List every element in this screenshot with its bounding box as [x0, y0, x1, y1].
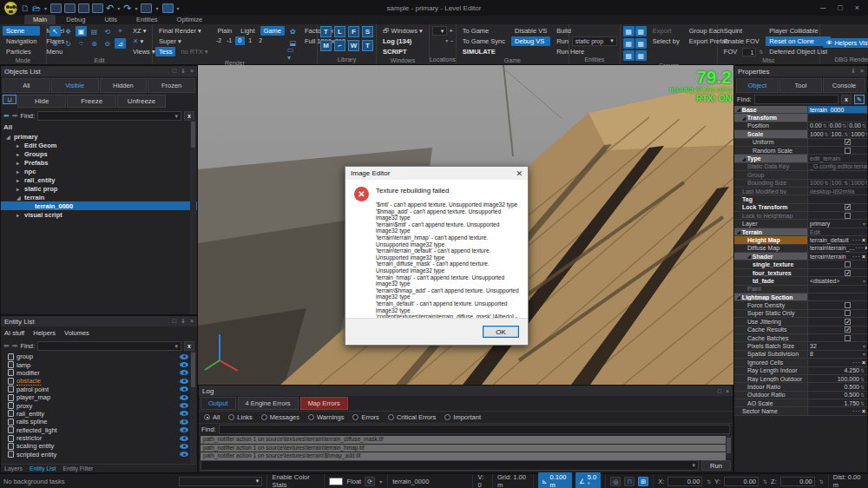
checkbox-cache-batches[interactable] — [845, 335, 851, 341]
curve-tool-icon[interactable]: ⟲ — [102, 26, 113, 36]
footer-tab-entity-filter[interactable]: Entity Filter — [62, 465, 93, 472]
visibility-eye-icon[interactable] — [180, 395, 188, 400]
property-row-layer[interactable]: Layerprimary▾ — [734, 220, 867, 228]
tree-node-terrain[interactable]: ◢terrain — [1, 193, 197, 201]
property-row-four-textures[interactable]: four_textures✓ — [734, 269, 867, 277]
clear-find-icon[interactable]: x — [184, 341, 194, 351]
properties-tab-console[interactable]: Console — [823, 78, 865, 93]
property-row-diffuse-map[interactable]: Diffuse Mapterrain\terrain_...···×⟳ — [734, 245, 867, 253]
property-row-single-texture[interactable]: single_texture — [734, 260, 867, 268]
tree-node-primary[interactable]: ◢primary — [1, 132, 197, 141]
checkbox-random-scale[interactable] — [845, 148, 851, 154]
entity-item-scripted-entity[interactable]: scripted entity — [1, 451, 197, 458]
property-row-pixels-batch-size[interactable]: Pixels Batch Size32▾ — [734, 342, 867, 350]
render-level-1[interactable]: 1 — [246, 36, 255, 45]
back-arrow-icon[interactable]: ⬅ — [3, 112, 10, 120]
lock-icon[interactable]: ⊔ — [3, 95, 16, 104]
checkbox-lock-to-heightmap[interactable] — [845, 213, 851, 219]
lock-coords-icon[interactable]: ⊓ — [624, 477, 635, 486]
panel-pin-icon[interactable]: ⇓ — [181, 68, 186, 75]
library-icon-3[interactable]: S — [362, 26, 373, 37]
undo-icon[interactable]: ↶ — [106, 3, 114, 13]
visibility-eye-icon[interactable] — [180, 354, 188, 359]
browse-icon[interactable]: ··· — [852, 254, 861, 260]
log-tab-output[interactable]: Output — [201, 397, 236, 410]
property-row-ray-length-indoor[interactable]: Ray Length Indoor4.250⇅ — [734, 367, 867, 375]
visibility-eye-icon[interactable] — [180, 427, 188, 432]
clear-icon[interactable]: × — [865, 245, 867, 251]
refresh-icon[interactable]: ⟳ — [365, 477, 375, 486]
panel-restore-icon[interactable]: □ — [718, 388, 721, 394]
tree-node-prefabs[interactable]: ▸Prefabs — [1, 158, 197, 167]
z-coordinate-input[interactable]: 0.00 — [780, 477, 815, 486]
entity-item-scaling-entity[interactable]: scaling entity — [1, 442, 197, 450]
panel-close-icon[interactable]: × — [860, 68, 864, 75]
open-folder-icon[interactable]: 🗁 — [32, 3, 41, 13]
property-row-indoor-ratio[interactable]: Indoor Ratio0.500⇅ — [734, 383, 867, 391]
mode-scene-button[interactable]: Scene — [3, 26, 40, 36]
visibility-eye-icon[interactable] — [180, 386, 188, 392]
pivot-tool-icon[interactable]: ⌖ — [115, 26, 126, 36]
location-remove-button[interactable]: - — [450, 36, 453, 44]
tree-node-edit-geom[interactable]: ▸Edit Geom — [1, 141, 197, 149]
freeze-button[interactable]: Freeze — [67, 95, 115, 108]
log-filter-links[interactable]: Links — [228, 413, 253, 421]
save-icon[interactable] — [50, 3, 62, 13]
forward-arrow-icon[interactable]: ➡ — [12, 112, 18, 120]
library-icon-4[interactable]: M — [320, 40, 332, 51]
tree-node-visual-script[interactable]: ▸visual script — [1, 210, 197, 219]
to-game-sync-button[interactable]: To Game Sync — [459, 36, 509, 46]
hide-button[interactable]: Hide — [17, 95, 66, 108]
property-row-paint[interactable]: Paint — [734, 286, 867, 293]
tree-node-groups[interactable]: ▸Groups — [1, 149, 197, 158]
property-row-uniform[interactable]: Uniform✓ — [734, 139, 867, 147]
mode-particles-button[interactable]: Particles — [3, 47, 40, 56]
property-row-static-data-key[interactable]: Static Data Key_G.config.editor.terrain — [734, 163, 867, 171]
property-row-random-scale[interactable]: Random Scale — [734, 147, 867, 155]
entity-item-group[interactable]: group — [1, 353, 197, 360]
checkbox-super-static-only[interactable] — [845, 310, 851, 316]
to-game-button[interactable]: To Game — [459, 26, 509, 36]
entity-menu-volumes[interactable]: Volumes — [64, 329, 89, 337]
footer-tab-entity-list[interactable]: Entity List — [30, 465, 56, 472]
rtx-dropdown[interactable]: no RTX ▾ — [177, 47, 211, 56]
library-icon-5[interactable]: ⌐ — [334, 40, 345, 51]
render-level-2[interactable]: 2 — [256, 36, 266, 45]
visibility-eye-icon[interactable] — [180, 370, 188, 375]
log-filter-warnings[interactable]: Warnings — [308, 413, 344, 421]
property-row-tag[interactable]: Tag — [734, 195, 867, 203]
checkbox-force-density[interactable] — [845, 302, 851, 308]
ok-button[interactable]: OK — [483, 326, 519, 338]
final-render-dropdown[interactable]: Final Render ▾ — [155, 26, 212, 36]
render-game-button[interactable]: Game — [260, 26, 285, 36]
library-icon-1[interactable]: L — [334, 26, 345, 37]
entity-item-modifier[interactable]: modifier — [1, 369, 197, 377]
log-scrollbar[interactable] — [726, 436, 732, 458]
property-row-lock-to-heightmap[interactable]: Lock to Heightmap — [734, 212, 867, 220]
property-row-cache-batches[interactable]: Cache Batches — [734, 334, 867, 342]
log-filter-errors[interactable]: Errors — [352, 413, 378, 421]
script-window-button[interactable]: SCRIPT — [379, 47, 426, 56]
browse-icon[interactable]: ··· — [855, 245, 864, 251]
select-tool-icon[interactable]: ↖ — [49, 26, 61, 36]
property-row-shader[interactable]: ◢Shaderterrain\terrain···× — [734, 253, 867, 260]
log-find-input[interactable] — [219, 425, 730, 434]
group-tool-icon-0[interactable]: ▦ — [623, 26, 635, 36]
rotate-tool-icon[interactable]: ↻ — [62, 38, 74, 49]
edit-filter-icon[interactable]: ✎ — [854, 95, 865, 104]
log-line[interactable]: path_notifier action 1 on source\texture… — [201, 445, 726, 452]
checkbox-lock-transform[interactable]: ✓ — [845, 204, 851, 210]
library-icon-2[interactable]: F — [348, 26, 359, 37]
forward-arrow-icon[interactable]: ➡ — [12, 342, 18, 350]
objects-scrollbar[interactable] — [190, 120, 196, 314]
property-row-bounding-size[interactable]: Bounding Size1000⇅100.⇅1000⇅ — [734, 180, 867, 188]
visibility-eye-icon[interactable] — [180, 403, 188, 408]
enable-color-stats-button[interactable]: Enable Color Stats — [272, 473, 319, 488]
tree-node-rail-entity[interactable]: ▸rail_entity — [1, 175, 197, 184]
log-filter-messages[interactable]: Messages — [261, 413, 299, 421]
visibility-eye-icon[interactable] — [180, 411, 188, 416]
log-filter-critical-errors[interactable]: Critical Errors — [388, 413, 436, 421]
property-row-ray-length-outdoor[interactable]: Ray Length Outdoor100.000⇅ — [734, 375, 867, 383]
property-row-force-density[interactable]: Force Density — [734, 301, 867, 309]
clear-icon[interactable]: × — [862, 408, 865, 414]
